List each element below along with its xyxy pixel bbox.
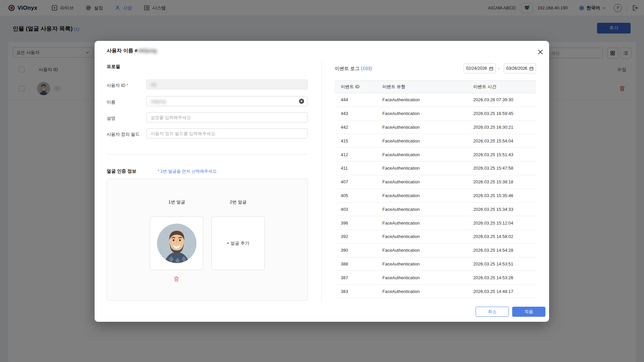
face-card-1[interactable]	[150, 217, 203, 270]
add-face-label: + 얼굴 추가	[227, 240, 249, 246]
custom-field-label: 사용자 정의 필드	[107, 131, 140, 137]
clear-name-icon[interactable]	[299, 98, 305, 104]
custom-field[interactable]	[146, 128, 308, 138]
event-log-title-text: 이벤트 로그	[335, 66, 360, 71]
event-type-cell: FaceAuthentication	[382, 97, 473, 102]
date-to-value: 03/26/2026	[506, 66, 527, 71]
event-row: 405 FaceAuthentication 2026.03.25 15:35:…	[335, 189, 536, 203]
event-id-cell: 396	[341, 221, 382, 226]
section-divider	[107, 154, 308, 155]
add-face-card[interactable]: + 얼굴 추가	[211, 217, 265, 270]
face-slot1-label: 1번 얼굴	[150, 199, 204, 205]
event-row: 407 FaceAuthentication 2026.03.25 15:38:…	[335, 175, 536, 189]
event-row: 412 FaceAuthentication 2026.03.25 15:51:…	[335, 148, 536, 162]
event-time-cell: 2026.03.25 14:48:17	[473, 289, 536, 294]
name-label: 이름	[107, 99, 115, 105]
event-type-cell: FaceAuthentication	[382, 261, 473, 266]
face-auth-panel: 1번 얼굴 2번 얼굴	[107, 179, 308, 301]
cancel-button[interactable]: 취소	[476, 307, 509, 317]
event-time-cell: 2026.03.25 15:38:18	[473, 179, 536, 184]
face-auth-heading: 얼굴 인증 정보	[107, 168, 137, 174]
calendar-icon	[529, 66, 534, 71]
event-id-cell: 411	[341, 166, 382, 171]
apply-button[interactable]: 적용	[512, 307, 545, 317]
user-id-field	[146, 79, 308, 89]
event-row: 388 FaceAuthentication 2026.03.25 14:53:…	[335, 257, 536, 271]
user-detail-modal: 사용자 이름 #mkijung 프로필 사용자 ID* mk 이름 mkijun…	[95, 41, 549, 322]
required-asterisk: *	[126, 83, 128, 88]
event-table-header: 이벤트 ID 이벤트 유형 이벤트 시간	[335, 80, 536, 93]
event-id-cell: 415	[341, 138, 382, 143]
modal-title: 사용자 이름 #mkijung	[107, 48, 157, 54]
event-type-cell: FaceAuthentication	[382, 221, 473, 226]
event-type-cell: FaceAuthentication	[382, 193, 473, 198]
event-time-cell: 2026.03.25 15:34:33	[473, 207, 536, 212]
event-time-column: 이벤트 시간	[473, 84, 536, 90]
event-type-cell: FaceAuthentication	[382, 207, 473, 212]
event-log-title: 이벤트 로그(103)	[335, 66, 372, 72]
name-field[interactable]	[146, 96, 308, 106]
event-id-cell: 383	[341, 289, 382, 294]
event-table-body: 444 FaceAuthentication 2026.03.26 07:39:…	[335, 93, 536, 298]
event-type-cell: FaceAuthentication	[382, 248, 473, 253]
name-value-redacted: mkijung	[151, 99, 166, 104]
event-id-cell: 407	[341, 179, 382, 184]
event-id-cell: 443	[341, 111, 382, 116]
event-id-cell: 442	[341, 125, 382, 130]
face-slot2-label: 2번 얼굴	[211, 199, 265, 205]
event-type-cell: FaceAuthentication	[382, 138, 473, 143]
event-time-cell: 2026.03.25 14:58:02	[473, 234, 536, 239]
event-type-cell: FaceAuthentication	[382, 234, 473, 239]
event-count-badge: (103)	[361, 66, 372, 71]
event-id-cell: 412	[341, 152, 382, 157]
event-type-cell: FaceAuthentication	[382, 275, 473, 280]
modal-title-prefix: 사용자 이름 #	[107, 48, 138, 53]
event-time-cell: 2026.03.25 15:12:04	[473, 221, 536, 226]
event-type-cell: FaceAuthentication	[382, 166, 473, 171]
modal-column-divider	[321, 61, 322, 302]
event-id-cell: 387	[341, 275, 382, 280]
event-type-cell: FaceAuthentication	[382, 111, 473, 116]
user-id-value-redacted: mk	[151, 82, 156, 87]
event-row: 392 FaceAuthentication 2026.03.25 14:58:…	[335, 230, 536, 244]
event-row: 442 FaceAuthentication 2026.03.25 16:30:…	[335, 121, 536, 134]
event-type-cell: FaceAuthentication	[382, 179, 473, 184]
event-time-cell: 2026.03.25 15:51:43	[473, 152, 536, 157]
event-time-cell: 2026.03.25 15:47:58	[473, 166, 536, 171]
event-row: 415 FaceAuthentication 2026.03.25 15:54:…	[335, 134, 536, 148]
close-icon[interactable]	[537, 48, 544, 56]
event-row: 444 FaceAuthentication 2026.03.26 07:39:…	[335, 93, 536, 107]
event-id-cell: 405	[341, 193, 382, 198]
description-label: 설명	[107, 115, 115, 121]
event-type-cell: FaceAuthentication	[382, 125, 473, 130]
event-time-cell: 2026.03.25 14:53:26	[473, 275, 536, 280]
event-time-cell: 2026.03.25 14:54:28	[473, 248, 536, 253]
description-field[interactable]	[146, 112, 308, 122]
event-row: 443 FaceAuthentication 2026.03.25 16:59:…	[335, 107, 536, 121]
profile-section-heading: 프로필	[107, 64, 120, 70]
event-id-cell: 390	[341, 248, 382, 253]
event-id-cell: 392	[341, 234, 382, 239]
event-row: 403 FaceAuthentication 2026.03.25 15:34:…	[335, 202, 536, 216]
event-row: 383 FaceAuthentication 2026.03.25 14:48:…	[335, 285, 536, 298]
date-from-input[interactable]: 02/24/2026	[464, 63, 496, 73]
event-time-cell: 2026.03.25 14:53:51	[473, 261, 536, 266]
event-id-cell: 403	[341, 207, 382, 212]
event-type-column: 이벤트 유형	[382, 84, 473, 90]
event-row: 390 FaceAuthentication 2026.03.25 14:54:…	[335, 244, 536, 257]
modal-title-name-redacted: mkijung	[138, 48, 157, 53]
event-time-cell: 2026.03.25 16:30:21	[473, 125, 536, 130]
event-type-cell: FaceAuthentication	[382, 289, 473, 294]
user-id-label: 사용자 ID*	[107, 82, 128, 88]
date-to-input[interactable]: 03/26/2026	[504, 63, 536, 73]
event-row: 411 FaceAuthentication 2026.03.25 15:47:…	[335, 162, 536, 175]
delete-face-trash-icon[interactable]	[173, 276, 180, 282]
calendar-icon	[489, 66, 493, 71]
event-time-cell: 2026.03.25 15:35:46	[473, 193, 536, 198]
event-row: 396 FaceAuthentication 2026.03.25 15:12:…	[335, 216, 536, 230]
event-time-cell: 2026.03.26 07:39:30	[473, 97, 536, 102]
date-from-value: 02/24/2026	[466, 66, 487, 71]
event-row: 387 FaceAuthentication 2026.03.25 14:53:…	[335, 271, 536, 285]
date-range-dash: -	[498, 66, 499, 71]
face-photo	[157, 224, 197, 263]
